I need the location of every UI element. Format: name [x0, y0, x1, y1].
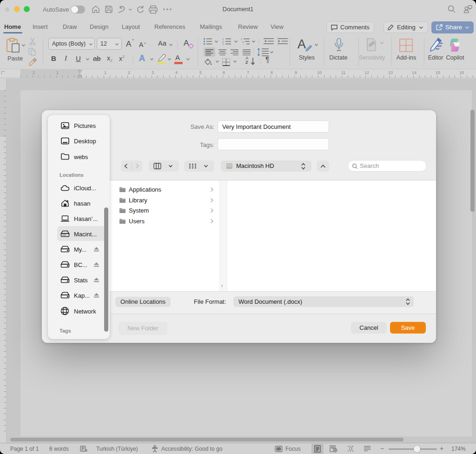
svg-text:i: i	[244, 43, 244, 46]
svg-text:3: 3	[222, 43, 224, 46]
